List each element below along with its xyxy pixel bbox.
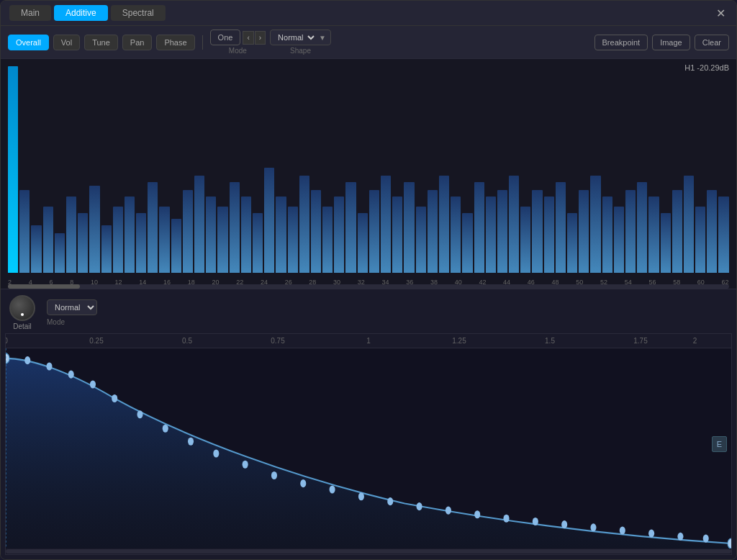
bar-wrapper-12[interactable] [148,66,158,273]
image-button[interactable]: Image [652,35,690,50]
bar-wrapper-45[interactable] [532,66,542,273]
env-scrollbar-thumb[interactable] [6,549,731,554]
bar-wrapper-42[interactable] [497,66,507,273]
spectrum-bar-6 [78,213,88,273]
bar-wrapper-47[interactable] [556,66,566,273]
bar-wrapper-58[interactable] [684,66,694,273]
shape-dropdown[interactable]: Normal Linear Custom [275,32,317,42]
spectrum-bar-46 [544,197,554,273]
knob-dot [21,313,24,316]
spectrum-bar-41 [486,197,496,273]
bar-wrapper-17[interactable] [206,66,216,273]
ctrl-vol[interactable]: Vol [53,35,80,50]
bar-wrapper-40[interactable] [474,66,484,273]
bar-wrapper-25[interactable] [299,66,309,273]
bar-wrapper-22[interactable] [264,66,274,273]
lower-mode-select[interactable]: Normal Fine Coarse [47,299,97,315]
bar-wrapper-48[interactable] [567,66,577,273]
lower-section: Detail Normal Fine Coarse Mode 00.250.50… [1,289,736,559]
ctrl-phase[interactable]: Phase [156,35,194,50]
bar-wrapper-4[interactable] [55,66,65,273]
bar-wrapper-52[interactable] [614,66,624,273]
bar-wrapper-46[interactable] [544,66,554,273]
nav-next[interactable]: › [255,31,266,45]
tab-additive[interactable]: Additive [54,5,108,21]
bar-wrapper-33[interactable] [392,66,402,273]
bar-wrapper-36[interactable] [428,66,438,273]
bar-wrapper-41[interactable] [486,66,496,273]
mode-one-button[interactable]: One [210,30,241,45]
tab-main[interactable]: Main [9,5,51,21]
bar-wrapper-14[interactable] [171,66,181,273]
bar-wrapper-24[interactable] [288,66,298,273]
bar-wrapper-9[interactable] [113,66,123,273]
bar-wrapper-18[interactable] [217,66,227,273]
tab-spectral[interactable]: Spectral [111,5,166,21]
envelope-area[interactable]: 00.250.50.7511.251.51.752 [5,333,732,555]
bar-wrapper-35[interactable] [416,66,426,273]
bar-wrapper-23[interactable] [276,66,286,273]
bar-wrapper-21[interactable] [253,66,263,273]
nav-prev[interactable]: ‹ [243,31,253,45]
bar-wrapper-31[interactable] [369,66,379,273]
bar-wrapper-15[interactable] [183,66,193,273]
bar-wrapper-19[interactable] [230,66,240,273]
spectrum-bar-3 [43,207,53,273]
bar-wrapper-50[interactable] [590,66,600,273]
close-button[interactable]: ✕ [713,6,728,20]
bar-wrapper-0[interactable] [8,66,18,273]
bar-wrapper-8[interactable] [101,66,112,273]
bar-wrapper-49[interactable] [579,66,589,273]
clear-button[interactable]: Clear [695,35,729,50]
bar-wrapper-44[interactable] [520,66,530,273]
env-scrollbar[interactable] [6,548,731,554]
bar-wrapper-30[interactable] [358,66,368,273]
breakpoint-button[interactable]: Breakpoint [594,35,648,50]
bar-wrapper-11[interactable] [136,66,146,273]
spectrum-bars[interactable] [8,66,729,273]
bar-wrapper-56[interactable] [661,66,671,273]
ctrl-overall[interactable]: Overall [8,35,49,50]
bar-wrapper-37[interactable] [439,66,449,273]
bar-wrapper-34[interactable] [404,66,414,273]
spectrum-bar-4 [55,233,65,273]
bar-wrapper-27[interactable] [322,66,333,273]
bar-wrapper-3[interactable] [43,66,53,273]
bar-wrapper-59[interactable] [695,66,705,273]
bar-wrapper-39[interactable] [462,66,472,273]
bar-wrapper-6[interactable] [78,66,88,273]
bar-wrapper-43[interactable] [509,66,519,273]
spectrum-scrollbar[interactable] [8,284,729,289]
ctrl-pan[interactable]: Pan [122,35,153,50]
bar-wrapper-2[interactable] [31,66,41,273]
svg-point-7 [163,425,168,433]
spectrum-bar-22 [264,168,274,273]
bar-wrapper-32[interactable] [381,66,391,273]
bar-wrapper-13[interactable] [159,66,169,273]
svg-point-2 [46,362,52,370]
detail-knob[interactable] [9,295,35,321]
bar-wrapper-1[interactable] [19,66,30,273]
spectrum-bar-30 [358,213,368,273]
envelope-e-button[interactable]: E [712,436,727,452]
bar-wrapper-16[interactable] [194,66,204,273]
bar-wrapper-53[interactable] [625,66,636,273]
bar-wrapper-5[interactable] [66,66,76,273]
bar-wrapper-10[interactable] [125,66,135,273]
bar-wrapper-60[interactable] [707,66,717,273]
bar-wrapper-57[interactable] [672,66,682,273]
bar-wrapper-38[interactable] [451,66,461,273]
bar-wrapper-26[interactable] [311,66,321,273]
bar-wrapper-20[interactable] [241,66,251,273]
bar-wrapper-61[interactable] [718,66,728,273]
bar-wrapper-54[interactable] [637,66,647,273]
spectrum-bar-50 [590,176,600,273]
bar-wrapper-28[interactable] [334,66,344,273]
bar-wrapper-7[interactable] [89,66,99,273]
ctrl-tune[interactable]: Tune [84,35,118,50]
spectrum-bar-21 [253,213,263,273]
bar-wrapper-55[interactable] [648,66,659,273]
bar-wrapper-51[interactable] [602,66,612,273]
bar-wrapper-29[interactable] [345,66,356,273]
scrollbar-thumb[interactable] [8,284,80,289]
